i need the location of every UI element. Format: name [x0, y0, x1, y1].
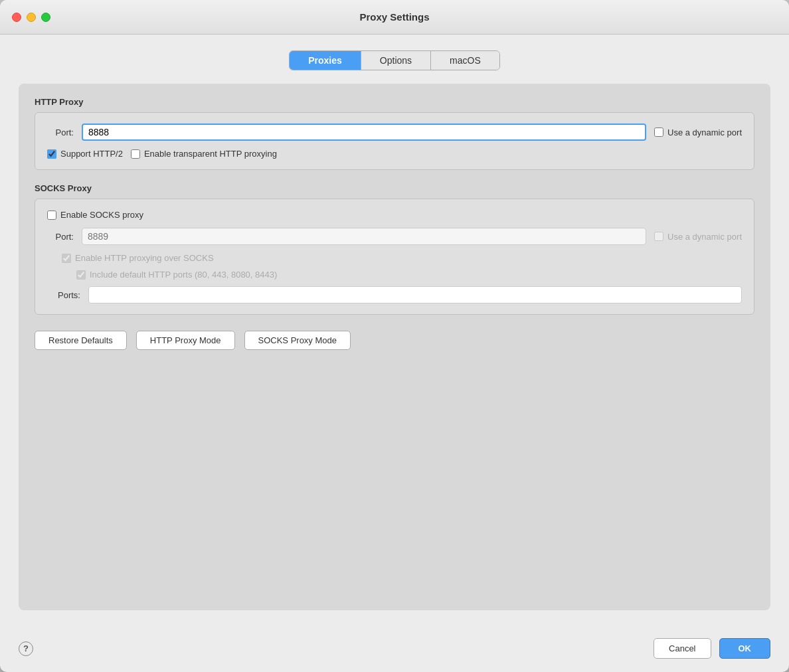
tab-options[interactable]: Options — [361, 51, 431, 70]
socks-ports-input[interactable] — [88, 286, 742, 303]
http-dynamic-port-label[interactable]: Use a dynamic port — [654, 127, 742, 137]
socks-enable-row: Enable SOCKS proxy — [47, 210, 742, 220]
action-buttons: Restore Defaults HTTP Proxy Mode SOCKS P… — [35, 331, 754, 350]
main-panel: HTTP Proxy Port: Use a dynamic port — [19, 84, 770, 610]
footer-buttons: Cancel OK — [654, 638, 770, 659]
socks-ports-row: Ports: — [47, 286, 742, 303]
socks-proxy-box: Enable SOCKS proxy Port: Use a dynamic p… — [35, 199, 754, 315]
help-button[interactable]: ? — [19, 641, 33, 656]
http-checkboxes-row: Support HTTP/2 Enable transparent HTTP p… — [47, 149, 742, 159]
close-button[interactable] — [12, 13, 21, 22]
http-transparent-proxy-label[interactable]: Enable transparent HTTP proxying — [131, 149, 277, 159]
socks-port-label: Port: — [47, 232, 74, 242]
socks-http-over-socks-row: Enable HTTP proxying over SOCKS — [62, 253, 742, 263]
socks-port-row: Port: Use a dynamic port — [47, 228, 742, 245]
cancel-button[interactable]: Cancel — [654, 638, 711, 659]
socks-include-http-ports-row: Include default HTTP ports (80, 443, 808… — [76, 270, 742, 280]
http-port-label: Port: — [47, 127, 74, 137]
tab-proxies[interactable]: Proxies — [290, 51, 361, 70]
socks-enable-label[interactable]: Enable SOCKS proxy — [47, 210, 143, 220]
socks-ports-label: Ports: — [47, 290, 80, 300]
socks-http-over-socks-checkbox — [62, 254, 71, 263]
http-proxy-section: HTTP Proxy Port: Use a dynamic port — [35, 97, 754, 170]
window-title: Proxy Settings — [359, 11, 429, 23]
maximize-button[interactable] — [41, 13, 50, 22]
socks-include-http-ports-checkbox — [76, 270, 86, 280]
http-port-row: Port: Use a dynamic port — [47, 124, 742, 141]
http-support-http2-label[interactable]: Support HTTP/2 — [47, 149, 123, 159]
socks-port-input[interactable] — [82, 228, 646, 245]
socks-http-over-socks-label: Enable HTTP proxying over SOCKS — [62, 253, 742, 263]
http-proxy-mode-button[interactable]: HTTP Proxy Mode — [136, 331, 235, 350]
proxy-settings-window: Proxy Settings Proxies Options macOS HTT… — [0, 0, 789, 672]
title-bar: Proxy Settings — [0, 0, 789, 35]
content-area: Proxies Options macOS HTTP Proxy Port: U — [0, 35, 789, 629]
socks-include-http-ports-label: Include default HTTP ports (80, 443, 808… — [76, 270, 742, 280]
ok-button[interactable]: OK — [719, 638, 771, 659]
minimize-button[interactable] — [27, 13, 36, 22]
tab-bar: Proxies Options macOS — [19, 50, 770, 70]
http-proxy-section-label: HTTP Proxy — [35, 97, 754, 107]
footer: ? Cancel OK — [0, 629, 789, 672]
http-proxy-box: Port: Use a dynamic port Support HTTP/2 — [35, 112, 754, 170]
socks-proxy-mode-button[interactable]: SOCKS Proxy Mode — [244, 331, 351, 350]
socks-enable-checkbox[interactable] — [47, 210, 56, 220]
http-transparent-proxy-checkbox[interactable] — [131, 149, 140, 159]
socks-proxy-section-label: SOCKS Proxy — [35, 183, 754, 193]
tab-group: Proxies Options macOS — [289, 50, 500, 70]
restore-defaults-button[interactable]: Restore Defaults — [35, 331, 127, 350]
traffic-lights — [12, 13, 50, 22]
socks-dynamic-port-label: Use a dynamic port — [654, 232, 742, 242]
socks-proxy-section: SOCKS Proxy Enable SOCKS proxy Port: — [35, 183, 754, 315]
http-port-input[interactable] — [82, 124, 646, 141]
http-support-http2-checkbox[interactable] — [47, 149, 56, 159]
http-dynamic-port-checkbox[interactable] — [654, 127, 663, 137]
socks-dynamic-port-checkbox — [654, 232, 663, 241]
tab-macos[interactable]: macOS — [431, 51, 499, 70]
